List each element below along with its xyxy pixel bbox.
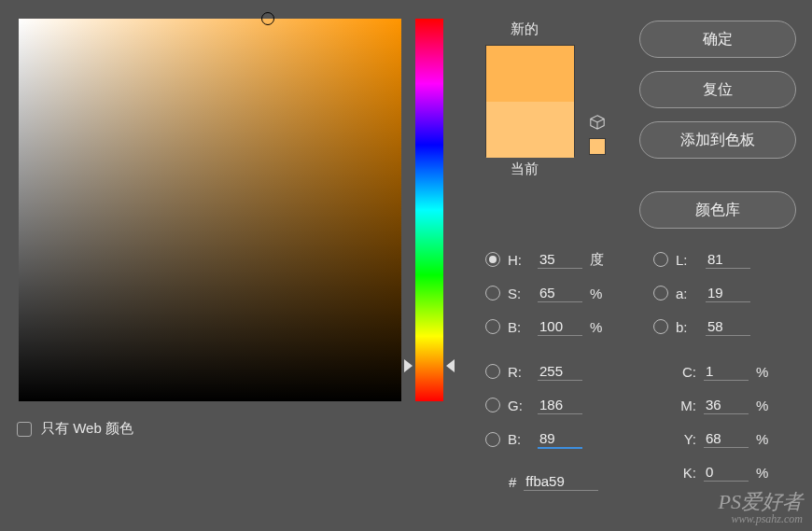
input-a[interactable] — [706, 284, 750, 302]
label-y: Y: — [676, 431, 696, 447]
radio-s[interactable] — [485, 286, 500, 300]
row-k: K: % — [653, 463, 775, 482]
input-s[interactable] — [538, 284, 582, 302]
label-b-hsb: B: — [508, 319, 530, 335]
input-b-lab[interactable] — [706, 317, 750, 336]
label-current: 当前 — [511, 161, 539, 178]
unit-s: % — [590, 286, 609, 301]
color-preview-current[interactable] — [486, 102, 574, 158]
hue-handle-right[interactable] — [446, 359, 455, 372]
radio-r[interactable] — [485, 364, 500, 379]
row-h: H: 度 — [485, 250, 609, 269]
unit-b-hsb: % — [590, 319, 609, 335]
color-field[interactable] — [19, 19, 401, 401]
label-b-lab: b: — [676, 319, 698, 335]
label-r: R: — [508, 364, 530, 380]
radio-b-hsb[interactable] — [485, 319, 500, 334]
row-b-lab: b: — [653, 317, 750, 336]
row-c: C: % — [653, 362, 775, 381]
color-preview-new — [486, 46, 574, 102]
label-s: S: — [508, 286, 530, 301]
row-s: S: % — [485, 284, 609, 302]
color-preview — [485, 45, 575, 157]
radio-a[interactable] — [653, 286, 668, 300]
watermark-line1: PS爱好者 — [719, 491, 803, 513]
hue-slider[interactable] — [415, 19, 443, 401]
input-l[interactable] — [706, 250, 750, 269]
mini-swatch[interactable] — [589, 138, 606, 155]
input-k[interactable] — [704, 463, 749, 482]
unit-h: 度 — [590, 251, 609, 269]
row-a: a: — [653, 284, 750, 302]
web-colors-label: 只有 Web 颜色 — [41, 420, 133, 438]
watermark: PS爱好者 www.psahz.com — [719, 491, 803, 525]
hue-handle-left[interactable] — [404, 359, 413, 372]
input-y[interactable] — [704, 429, 749, 448]
input-h[interactable] — [538, 250, 582, 269]
reset-button[interactable]: 复位 — [639, 71, 796, 108]
radio-b-lab[interactable] — [653, 319, 668, 334]
radio-b-rgb[interactable] — [485, 432, 500, 447]
row-r: R: — [485, 362, 582, 381]
label-m: M: — [676, 398, 696, 413]
radio-l[interactable] — [653, 252, 668, 267]
label-new: 新的 — [511, 21, 539, 38]
label-l: L: — [676, 252, 698, 268]
row-g: G: — [485, 396, 582, 414]
label-hex: # — [509, 474, 516, 490]
ok-button[interactable]: 确定 — [639, 21, 796, 58]
label-a: a: — [676, 286, 698, 301]
row-b-hsb: B: % — [485, 317, 609, 336]
label-g: G: — [508, 398, 530, 413]
input-g[interactable] — [538, 396, 582, 414]
input-hex[interactable] — [524, 472, 598, 491]
input-b-hsb[interactable] — [538, 317, 582, 336]
add-swatch-button[interactable]: 添加到色板 — [639, 121, 796, 159]
input-b-rgb[interactable] — [538, 429, 582, 449]
label-k: K: — [676, 465, 696, 481]
row-m: M: % — [653, 396, 775, 414]
unit-m: % — [756, 398, 775, 413]
input-r[interactable] — [538, 362, 582, 381]
row-l: L: — [653, 250, 750, 269]
input-m[interactable] — [704, 396, 749, 414]
unit-c: % — [756, 364, 775, 380]
unit-k: % — [756, 465, 775, 481]
input-c[interactable] — [704, 362, 749, 381]
label-b-rgb: B: — [508, 431, 530, 447]
row-b-rgb: B: — [485, 429, 582, 449]
row-hex: # — [509, 472, 598, 491]
cube-icon[interactable] — [589, 114, 606, 131]
watermark-line2: www.psahz.com — [719, 513, 803, 525]
web-colors-checkbox[interactable] — [17, 422, 32, 437]
label-c: C: — [676, 364, 696, 380]
web-colors-row: 只有 Web 颜色 — [17, 420, 133, 438]
row-y: Y: % — [653, 429, 775, 448]
radio-h[interactable] — [485, 252, 500, 267]
color-field-cursor[interactable] — [261, 12, 274, 25]
color-library-button[interactable]: 颜色库 — [639, 191, 796, 229]
unit-y: % — [756, 431, 775, 447]
radio-g[interactable] — [485, 398, 500, 412]
label-h: H: — [508, 252, 530, 268]
